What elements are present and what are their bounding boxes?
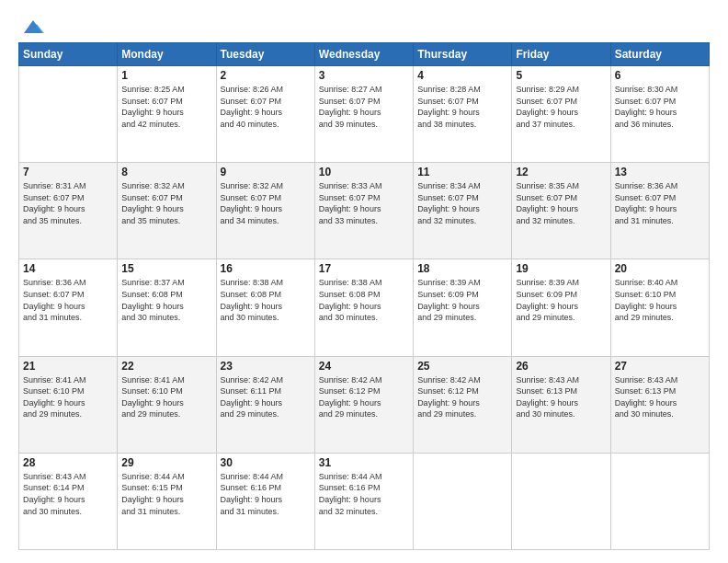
day-number: 13 [615,166,705,178]
calendar-table: SundayMondayTuesdayWednesdayThursdayFrid… [18,42,710,550]
day-info: Sunrise: 8:42 AMSunset: 6:12 PMDaylight:… [417,374,507,420]
day-info: Sunrise: 8:44 AMSunset: 6:16 PMDaylight:… [319,471,409,517]
day-number: 18 [417,262,507,275]
day-info: Sunrise: 8:40 AMSunset: 6:10 PMDaylight:… [615,277,705,323]
calendar-cell: 25Sunrise: 8:42 AMSunset: 6:12 PMDayligh… [414,356,512,453]
day-info: Sunrise: 8:41 AMSunset: 6:10 PMDaylight:… [121,374,211,420]
day-number: 27 [615,360,705,373]
calendar-cell: 30Sunrise: 8:44 AMSunset: 6:16 PMDayligh… [216,453,314,549]
calendar-cell: 26Sunrise: 8:43 AMSunset: 6:13 PMDayligh… [512,356,610,453]
weekday-header-saturday: Saturday [610,43,709,66]
day-info: Sunrise: 8:32 AMSunset: 6:07 PMDaylight:… [121,180,211,226]
day-number: 15 [121,262,211,275]
day-info: Sunrise: 8:42 AMSunset: 6:12 PMDaylight:… [319,374,409,420]
day-info: Sunrise: 8:42 AMSunset: 6:11 PMDaylight:… [221,374,311,420]
day-number: 29 [121,456,211,469]
calendar-cell: 10Sunrise: 8:33 AMSunset: 6:07 PMDayligh… [314,163,413,259]
day-number: 5 [516,69,606,82]
calendar-cell [414,453,512,549]
day-info: Sunrise: 8:34 AMSunset: 6:07 PMDaylight:… [417,180,507,226]
day-info: Sunrise: 8:37 AMSunset: 6:08 PMDaylight:… [121,277,211,323]
day-number: 21 [23,360,113,373]
calendar-week-row: 21Sunrise: 8:41 AMSunset: 6:10 PMDayligh… [19,356,710,453]
day-number: 30 [221,456,311,469]
weekday-header-row: SundayMondayTuesdayWednesdayThursdayFrid… [19,43,710,66]
calendar-cell: 23Sunrise: 8:42 AMSunset: 6:11 PMDayligh… [216,356,314,453]
day-number: 19 [516,262,606,275]
day-info: Sunrise: 8:44 AMSunset: 6:16 PMDaylight:… [221,471,311,517]
day-info: Sunrise: 8:28 AMSunset: 6:07 PMDaylight:… [417,84,507,130]
day-info: Sunrise: 8:31 AMSunset: 6:07 PMDaylight:… [23,180,113,226]
day-number: 23 [221,360,311,373]
calendar-cell: 2Sunrise: 8:26 AMSunset: 6:07 PMDaylight… [216,66,314,163]
calendar-cell: 1Sunrise: 8:25 AMSunset: 6:07 PMDaylight… [118,66,216,163]
calendar-cell: 11Sunrise: 8:34 AMSunset: 6:07 PMDayligh… [414,163,512,259]
calendar-cell: 21Sunrise: 8:41 AMSunset: 6:10 PMDayligh… [19,356,118,453]
day-number: 9 [221,166,311,178]
day-info: Sunrise: 8:44 AMSunset: 6:15 PMDaylight:… [121,471,211,517]
day-info: Sunrise: 8:36 AMSunset: 6:07 PMDaylight:… [23,277,113,323]
day-number: 1 [121,69,211,82]
weekday-header-tuesday: Tuesday [216,43,314,66]
calendar-cell: 7Sunrise: 8:31 AMSunset: 6:07 PMDaylight… [19,163,118,259]
day-number: 16 [221,262,311,275]
day-number: 11 [417,166,507,178]
calendar-cell: 31Sunrise: 8:44 AMSunset: 6:16 PMDayligh… [314,453,413,549]
calendar-cell: 29Sunrise: 8:44 AMSunset: 6:15 PMDayligh… [118,453,216,549]
day-number: 7 [23,166,113,178]
calendar-cell: 3Sunrise: 8:27 AMSunset: 6:07 PMDaylight… [314,66,413,163]
calendar-cell: 14Sunrise: 8:36 AMSunset: 6:07 PMDayligh… [19,259,118,356]
calendar-cell [610,453,709,549]
calendar-cell: 13Sunrise: 8:36 AMSunset: 6:07 PMDayligh… [610,163,709,259]
day-number: 17 [319,262,409,275]
calendar-week-row: 7Sunrise: 8:31 AMSunset: 6:07 PMDaylight… [19,163,710,259]
calendar-cell: 22Sunrise: 8:41 AMSunset: 6:10 PMDayligh… [118,356,216,453]
day-info: Sunrise: 8:43 AMSunset: 6:14 PMDaylight:… [23,471,113,517]
weekday-header-thursday: Thursday [414,43,512,66]
day-info: Sunrise: 8:25 AMSunset: 6:07 PMDaylight:… [121,84,211,130]
calendar-cell: 18Sunrise: 8:39 AMSunset: 6:09 PMDayligh… [414,259,512,356]
calendar-cell: 28Sunrise: 8:43 AMSunset: 6:14 PMDayligh… [19,453,118,549]
calendar-cell: 17Sunrise: 8:38 AMSunset: 6:08 PMDayligh… [314,259,413,356]
calendar-cell: 15Sunrise: 8:37 AMSunset: 6:08 PMDayligh… [118,259,216,356]
day-info: Sunrise: 8:32 AMSunset: 6:07 PMDaylight:… [221,180,311,226]
day-number: 25 [417,360,507,373]
calendar-cell: 9Sunrise: 8:32 AMSunset: 6:07 PMDaylight… [216,163,314,259]
weekday-header-wednesday: Wednesday [314,43,413,66]
calendar-cell: 8Sunrise: 8:32 AMSunset: 6:07 PMDaylight… [118,163,216,259]
day-info: Sunrise: 8:35 AMSunset: 6:07 PMDaylight:… [516,180,606,226]
day-info: Sunrise: 8:29 AMSunset: 6:07 PMDaylight:… [516,84,606,130]
calendar-cell [19,66,118,163]
day-info: Sunrise: 8:43 AMSunset: 6:13 PMDaylight:… [615,374,705,420]
logo-icon [20,17,46,37]
day-info: Sunrise: 8:39 AMSunset: 6:09 PMDaylight:… [516,277,606,323]
day-number: 22 [121,360,211,373]
day-number: 8 [121,166,211,178]
calendar-cell: 4Sunrise: 8:28 AMSunset: 6:07 PMDaylight… [414,66,512,163]
calendar-cell: 27Sunrise: 8:43 AMSunset: 6:13 PMDayligh… [610,356,709,453]
day-info: Sunrise: 8:36 AMSunset: 6:07 PMDaylight:… [615,180,705,226]
header [18,17,710,33]
weekday-header-sunday: Sunday [19,43,118,66]
weekday-header-monday: Monday [118,43,216,66]
day-number: 12 [516,166,606,178]
calendar-cell: 24Sunrise: 8:42 AMSunset: 6:12 PMDayligh… [314,356,413,453]
calendar-cell: 6Sunrise: 8:30 AMSunset: 6:07 PMDaylight… [610,66,709,163]
day-info: Sunrise: 8:33 AMSunset: 6:07 PMDaylight:… [319,180,409,226]
day-info: Sunrise: 8:26 AMSunset: 6:07 PMDaylight:… [221,84,311,130]
calendar-cell: 19Sunrise: 8:39 AMSunset: 6:09 PMDayligh… [512,259,610,356]
calendar-cell: 16Sunrise: 8:38 AMSunset: 6:08 PMDayligh… [216,259,314,356]
calendar-cell: 12Sunrise: 8:35 AMSunset: 6:07 PMDayligh… [512,163,610,259]
day-info: Sunrise: 8:38 AMSunset: 6:08 PMDaylight:… [319,277,409,323]
day-number: 14 [23,262,113,275]
calendar-week-row: 28Sunrise: 8:43 AMSunset: 6:14 PMDayligh… [19,453,710,549]
day-info: Sunrise: 8:27 AMSunset: 6:07 PMDaylight:… [319,84,409,130]
logo [18,17,46,33]
day-number: 26 [516,360,606,373]
calendar-cell [512,453,610,549]
page: SundayMondayTuesdayWednesdayThursdayFrid… [0,0,728,563]
day-number: 31 [319,456,409,469]
day-number: 20 [615,262,705,275]
day-number: 3 [319,69,409,82]
day-number: 4 [417,69,507,82]
